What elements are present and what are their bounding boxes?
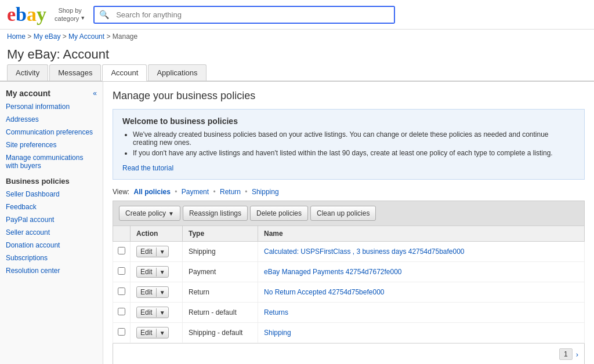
category-label: category ▼ <box>55 14 85 23</box>
policy-name-link[interactable]: Calculated: USPSFirstClass , 3 business … <box>264 247 465 256</box>
table-row: Edit▼Return - defaultReturns <box>113 303 585 323</box>
filter-payment[interactable]: Payment <box>182 188 209 196</box>
edit-button[interactable]: Edit▼ <box>136 327 169 338</box>
view-label: View: <box>113 188 129 196</box>
sidebar: My account « Personal information Addres… <box>0 82 103 364</box>
name-cell: Returns <box>258 303 585 323</box>
row-checkbox[interactable] <box>118 247 125 254</box>
policy-name-link[interactable]: eBay Managed Payments 42754d7672fe000 <box>264 268 402 276</box>
sidebar-item-seller-dashboard[interactable]: Seller Dashboard <box>0 188 103 201</box>
row-checkbox[interactable] <box>118 267 125 275</box>
filter-all-policies[interactable]: All policies <box>133 188 170 196</box>
tab-applications[interactable]: Applications <box>148 64 206 81</box>
logo-b: b <box>16 5 27 24</box>
edit-button[interactable]: Edit▼ <box>136 307 169 318</box>
breadcrumb-manage: Manage <box>113 32 137 41</box>
name-cell: No Return Accepted 42754d75befe000 <box>258 282 585 303</box>
reassign-listings-button[interactable]: Reassign listings <box>183 206 248 221</box>
sidebar-item-subscriptions[interactable]: Subscriptions <box>0 252 103 264</box>
tab-activity[interactable]: Activity <box>7 64 48 81</box>
search-input[interactable] <box>114 7 394 23</box>
logo-y: y <box>37 5 46 24</box>
sidebar-item-resolution[interactable]: Resolution center <box>0 264 103 277</box>
filter-sep-3: • <box>245 188 247 196</box>
search-icon: 🔍 <box>95 10 114 19</box>
action-cell: Edit▼ <box>131 242 183 262</box>
filter-sep-1: • <box>175 188 177 196</box>
sidebar-header: My account « <box>0 85 103 100</box>
tab-messages[interactable]: Messages <box>49 64 101 81</box>
header: e b a y Shop by category ▼ 🔍 <box>0 0 594 30</box>
sidebar-title: My account <box>6 89 50 98</box>
name-cell: eBay Managed Payments 42754d7672fe000 <box>258 262 585 282</box>
sidebar-item-manage-comms[interactable]: Manage communications with buyers <box>0 151 103 172</box>
policy-name-link[interactable]: Shipping <box>264 329 291 337</box>
sidebar-item-feedback[interactable]: Feedback <box>0 201 103 213</box>
welcome-bullet-2: If you don't have any active listings an… <box>133 149 575 157</box>
table-row: Edit▼ReturnNo Return Accepted 42754d75be… <box>113 282 585 303</box>
clean-up-policies-button[interactable]: Clean up policies <box>310 206 376 221</box>
row-checkbox[interactable] <box>118 308 125 315</box>
col-type: Type <box>183 226 258 242</box>
edit-button[interactable]: Edit▼ <box>136 246 169 257</box>
tab-account[interactable]: Account <box>102 64 147 81</box>
policy-name-link[interactable]: Returns <box>264 308 288 316</box>
filter-return[interactable]: Return <box>220 188 241 196</box>
breadcrumb-myebay[interactable]: My eBay <box>34 32 61 41</box>
sidebar-item-seller-account[interactable]: Seller account <box>0 226 103 239</box>
toolbar-row: Create policy ▼ Reassign listings Delete… <box>113 201 585 225</box>
sidebar-item-donation[interactable]: Donation account <box>0 239 103 252</box>
welcome-bullet-1: We've already created business policies … <box>133 130 575 147</box>
edit-button[interactable]: Edit▼ <box>136 266 169 278</box>
row-checkbox[interactable] <box>118 328 125 336</box>
col-name: Name <box>258 226 585 242</box>
table-row: Edit▼Shipping - defaultShipping <box>113 323 585 343</box>
col-action: Action <box>131 226 183 242</box>
breadcrumb-myaccount[interactable]: My Account <box>68 32 104 41</box>
welcome-bullets: We've already created business policies … <box>122 130 575 157</box>
type-cell: Shipping - default <box>183 323 258 343</box>
edit-button[interactable]: Edit▼ <box>136 286 169 298</box>
sidebar-item-paypal[interactable]: PayPal account <box>0 213 103 226</box>
logo-e: e <box>7 5 16 24</box>
pagination: 1 › <box>113 343 585 364</box>
type-cell: Shipping <box>183 242 258 262</box>
sidebar-collapse-btn[interactable]: « <box>93 89 97 97</box>
action-cell: Edit▼ <box>131 323 183 343</box>
content-area: Manage your business policies Welcome to… <box>103 82 594 364</box>
dropdown-arrow-icon: ▼ <box>168 210 174 217</box>
sidebar-item-addresses[interactable]: Addresses <box>0 113 103 126</box>
filter-shipping[interactable]: Shipping <box>252 188 279 196</box>
breadcrumb-sep-1: > <box>27 32 33 41</box>
sidebar-business-section: Business policies <box>0 172 103 188</box>
col-checkbox <box>113 226 131 242</box>
policies-table: Action Type Name Edit▼ShippingCalculated… <box>113 225 585 343</box>
sidebar-item-site-prefs[interactable]: Site preferences <box>0 139 103 151</box>
action-cell: Edit▼ <box>131 262 183 282</box>
logo[interactable]: e b a y <box>7 5 46 24</box>
shop-by-category[interactable]: Shop by category ▼ <box>55 6 85 23</box>
sidebar-item-communication[interactable]: Communication preferences <box>0 126 103 139</box>
welcome-heading: Welcome to business policies <box>122 117 575 126</box>
type-cell: Return <box>183 282 258 303</box>
page-title: My eBay: Account <box>0 43 594 64</box>
name-cell: Calculated: USPSFirstClass , 3 business … <box>258 242 585 262</box>
policy-name-link[interactable]: No Return Accepted 42754d75befe000 <box>264 288 385 296</box>
tutorial-link[interactable]: Read the tutorial <box>122 164 173 172</box>
create-policy-button[interactable]: Create policy ▼ <box>119 206 180 221</box>
name-cell: Shipping <box>258 323 585 343</box>
table-header-row: Action Type Name <box>113 226 585 242</box>
breadcrumb-home[interactable]: Home <box>7 32 26 41</box>
breadcrumb-sep-3: > <box>106 32 112 41</box>
sidebar-item-personal[interactable]: Personal information <box>0 100 103 113</box>
filter-sep-2: • <box>213 188 215 196</box>
next-page-arrow[interactable]: › <box>576 350 578 359</box>
row-checkbox[interactable] <box>118 287 125 295</box>
content-title: Manage your business policies <box>113 90 585 102</box>
welcome-box: Welcome to business policies We've alrea… <box>113 109 585 180</box>
create-policy-label: Create policy <box>125 209 166 217</box>
chevron-down-icon: ▼ <box>80 15 85 22</box>
table-row: Edit▼PaymenteBay Managed Payments 42754d… <box>113 262 585 282</box>
delete-policies-button[interactable]: Delete policies <box>250 206 308 221</box>
breadcrumb: Home > My eBay > My Account > Manage <box>0 30 594 43</box>
